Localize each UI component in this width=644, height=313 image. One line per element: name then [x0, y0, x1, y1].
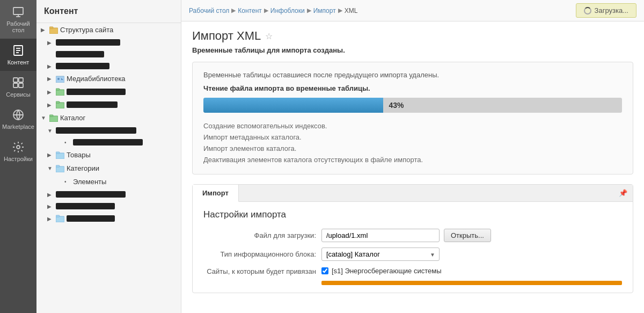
redacted-content [73, 139, 143, 145]
sidebar-icons: Рабочий стол Контент Сервисы Marketplace [0, 0, 36, 313]
file-control-group: Открыть... [321, 229, 491, 242]
list-item[interactable]: ▶ [36, 200, 181, 212]
arrow-icon: ▶ [47, 102, 54, 108]
arrow-icon: ▶ [47, 152, 54, 158]
tree-item-structure[interactable]: ▶ Структура сайта [36, 23, 181, 37]
breadcrumb: Рабочий стол ▶ Контент ▶ Инфоблоки ▶ Имп… [189, 7, 357, 14]
tree-item-catalog[interactable]: ▼ Каталог [36, 111, 181, 125]
tree-item-media[interactable]: ▶ Медиабиблиотека [36, 72, 181, 85]
spinner-icon [584, 7, 591, 14]
sidebar-item-marketplace[interactable]: Marketplace [0, 103, 36, 135]
breadcrumb-import[interactable]: Импорт [313, 7, 336, 14]
svg-rect-25 [56, 166, 64, 172]
list-item[interactable]: ▶ [36, 98, 181, 111]
breadcrumb-xml: XML [345, 7, 358, 14]
sidebar-label-marketplace: Marketplace [2, 123, 34, 130]
tree-item-goods[interactable]: ▶ Товары [36, 148, 181, 162]
breadcrumb-sep: ▶ [264, 7, 268, 14]
file-input[interactable] [321, 229, 440, 242]
status-text: Временные таблицы для импорта созданы. [192, 46, 345, 54]
tree-item-categories[interactable]: ▼ Категории [36, 162, 181, 175]
list-item[interactable]: ▶ [36, 212, 181, 225]
list-item[interactable]: ▶ [36, 188, 181, 200]
svg-rect-20 [56, 101, 60, 103]
redacted-content [56, 191, 126, 198]
breadcrumb-sep: ▶ [307, 7, 311, 14]
loading-button[interactable]: Загрузка... [576, 3, 636, 18]
sidebar-label-content: Контент [8, 59, 30, 65]
sites-label: Сайты, к которым будет привязан [203, 266, 321, 275]
breadcrumb-sep: ▶ [231, 7, 236, 14]
arrow-icon: ▶ [47, 89, 54, 95]
sites-value: [s1] Энергосберегающие системы [321, 267, 442, 275]
type-select[interactable]: [catalog] Каталог [321, 248, 440, 261]
import-settings: Настройки импорта Файл для загрузки: Отк… [193, 202, 633, 293]
svg-rect-19 [56, 103, 64, 108]
sidebar-item-services[interactable]: Сервисы [0, 71, 36, 103]
breadcrumb-desktop[interactable]: Рабочий стол [189, 7, 229, 14]
redacted-content [56, 39, 120, 46]
arrow-icon: ▶ [47, 76, 54, 82]
svg-rect-23 [56, 153, 64, 159]
sites-checkbox[interactable] [321, 267, 328, 274]
catalog-folder-icon [49, 114, 58, 122]
file-label: Файл для загрузки: [203, 231, 321, 239]
list-item[interactable]: ▼ [36, 125, 181, 136]
open-button[interactable]: Открыть... [444, 229, 491, 242]
pin-icon[interactable]: 📌 [619, 189, 627, 197]
type-label: Тип информационного блока: [203, 250, 321, 258]
status-message: Временные таблицы для импорта созданы. [192, 46, 633, 54]
tree-label: Элементы [73, 178, 106, 186]
arrow-icon: ▶ [41, 27, 47, 33]
file-row: Файл для загрузки: Открыть... [203, 229, 622, 242]
progress-card: Временные таблицы оставшиеся после преды… [192, 62, 633, 174]
svg-rect-21 [49, 116, 58, 122]
page-title: Импорт XML ☆ [192, 29, 633, 43]
list-item[interactable]: • [36, 136, 181, 148]
redacted-content [56, 63, 109, 69]
bullet-icon: • [64, 140, 71, 145]
sidebar-item-content[interactable]: Контент [0, 39, 36, 71]
list-item[interactable]: ▶ [36, 85, 181, 98]
redacted-content [67, 215, 115, 222]
arrow-icon: ▶ [47, 216, 54, 222]
list-item[interactable]: ▶ [36, 37, 181, 48]
top-bar: Рабочий стол ▶ Контент ▶ Инфоблоки ▶ Имп… [181, 0, 644, 21]
tab-import[interactable]: Импорт [193, 185, 239, 202]
card-text-line1: Временные таблицы оставшиеся после преды… [203, 71, 622, 79]
sidebar-item-desktop[interactable]: Рабочий стол [0, 0, 36, 39]
breadcrumb-content[interactable]: Контент [238, 7, 261, 14]
list-item[interactable] [36, 48, 181, 60]
sidebar-item-settings[interactable]: Настройки [0, 135, 36, 168]
svg-point-12 [17, 145, 20, 149]
redacted-content [56, 127, 136, 134]
svg-rect-8 [19, 78, 23, 82]
svg-rect-18 [56, 89, 60, 90]
star-icon[interactable]: ☆ [265, 31, 273, 41]
folder-blue2-icon [56, 165, 64, 172]
arrow-icon: ▶ [47, 40, 54, 46]
media-icon [56, 75, 64, 83]
progress-bar-container: 43% [203, 98, 622, 113]
tree-label: Структура сайта [60, 26, 113, 34]
arrow-icon: ▶ [47, 203, 54, 209]
orange-progress-bar [321, 281, 622, 285]
list-item[interactable]: ▶ [36, 60, 181, 72]
svg-rect-10 [19, 83, 23, 88]
breadcrumb-infoblocks[interactable]: Инфоблоки [270, 7, 305, 14]
step-item-1: Создание вспомогательных индексов. [203, 120, 622, 132]
svg-rect-24 [56, 152, 60, 154]
svg-rect-13 [49, 28, 58, 34]
folder-blue-icon [56, 151, 64, 159]
sites-row: Сайты, к которым будет привязан [s1] Эне… [203, 266, 622, 275]
tree-panel: Контент ▶ Структура сайта ▶ ▶ ▶ Медиабиб… [36, 0, 181, 313]
tree-item-elements[interactable]: • Элементы [36, 175, 181, 188]
breadcrumb-sep: ▶ [338, 7, 342, 14]
type-row: Тип информационного блока: [catalog] Кат… [203, 248, 622, 261]
card-text-line2: Чтение файла импорта во временные таблиц… [203, 84, 622, 92]
redacted-content [56, 51, 104, 57]
step-item-2: Импорт метаданных каталога. [203, 132, 622, 143]
sidebar-label-settings: Настройки [4, 156, 33, 162]
tab-section: Импорт 📌 Настройки импорта Файл для загр… [192, 184, 633, 293]
page-area: Импорт XML ☆ Временные таблицы для импор… [181, 21, 644, 313]
